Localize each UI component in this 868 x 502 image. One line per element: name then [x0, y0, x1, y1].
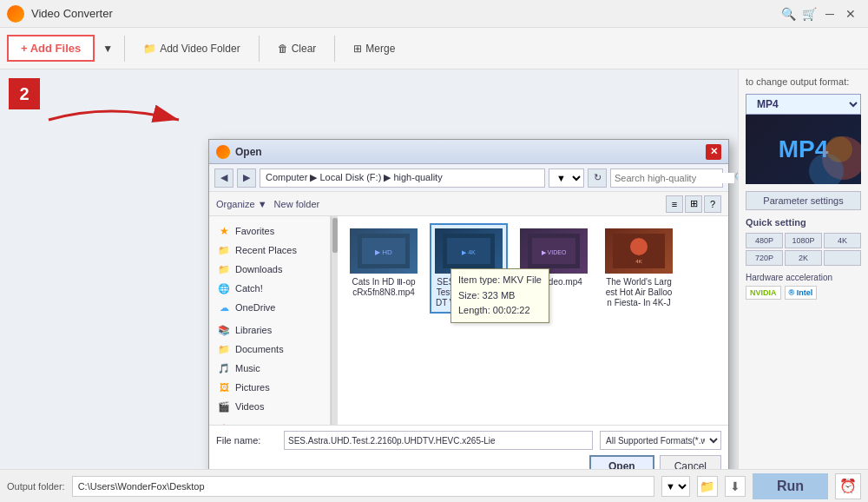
browse-folder-icon: 📁 — [700, 479, 714, 493]
nav-item-downloads[interactable]: 📁 Downloads — [209, 260, 330, 279]
open-dialog: Open ✕ ◀ ▶ Computer ▶ Local Disk (F:) ▶ … — [208, 139, 729, 469]
format-selector: to change output format: — [746, 76, 861, 87]
file-thumbnail-cats: ▶ HD — [350, 228, 418, 274]
intel-logo[interactable]: ® Intel — [785, 286, 818, 300]
cart-title-btn[interactable]: 🛒 — [799, 3, 819, 24]
quick-setting-label: Quick setting — [746, 217, 861, 228]
resolution-grid: 480P 1080P 4K 720P 2K — [746, 233, 861, 266]
svg-text:▶ HD: ▶ HD — [375, 248, 392, 256]
nav-item-onedrive[interactable]: ☁ OneDrive — [209, 298, 330, 317]
tooltip-size: Size: 323 MB — [458, 288, 542, 304]
downloads-folder-icon: 📁 — [218, 263, 230, 275]
refresh-button[interactable]: ↻ — [588, 168, 607, 188]
thumb-svg-test: ▶ VIDEO — [528, 234, 580, 268]
file-type-dropdown[interactable]: All Supported Formats(*.wtv;*.c — [600, 431, 721, 450]
thumb-svg-ses: ▶ 4K — [443, 234, 495, 268]
dialog-title-bar: Open ✕ — [209, 140, 728, 164]
nav-item-documents[interactable]: 📁 Documents — [209, 340, 330, 359]
file-thumbnail-ses: ▶ 4K — [435, 228, 503, 274]
nav-item-recent-places[interactable]: 📁 Recent Places — [209, 241, 330, 260]
right-panel: to change output format: MP4 MP4 Paramet… — [738, 69, 868, 469]
hw-logos: NVIDIA ® Intel — [746, 286, 861, 300]
svg-text:4K: 4K — [635, 259, 641, 264]
res-1080p[interactable]: 1080P — [785, 233, 822, 248]
music-folder-icon: 🎵 — [218, 362, 230, 374]
nav-scrollbar[interactable] — [331, 216, 338, 425]
dialog-cancel-button[interactable]: Cancel — [660, 455, 721, 469]
clear-icon: 🗑 — [278, 43, 288, 55]
app-logo — [7, 5, 24, 23]
search-icon: 🔍 — [734, 172, 738, 184]
nav-item-music[interactable]: 🎵 Music — [209, 359, 330, 378]
content-area: 2 Open ✕ ◀ ▶ — [0, 69, 738, 469]
nav-item-videos[interactable]: 🎬 Videos — [209, 397, 330, 416]
forward-button[interactable]: ▶ — [237, 168, 256, 188]
breadcrumb-dropdown[interactable]: ▼ — [549, 168, 584, 188]
add-video-folder-button[interactable]: 📁 Add Video Folder — [132, 37, 252, 60]
format-dropdown[interactable]: MP4 — [746, 94, 861, 115]
thumb-svg-balloon: 4K — [613, 234, 665, 268]
file-name-input[interactable] — [284, 431, 593, 450]
res-4k[interactable]: 4K — [824, 233, 861, 248]
import-button[interactable]: ⬇ — [725, 476, 746, 497]
pictures-folder-icon: 🖼 — [218, 381, 230, 393]
add-files-button[interactable]: + Add Files — [7, 35, 95, 62]
intel-text: Intel — [797, 288, 813, 297]
file-item-cats[interactable]: ▶ HD Cats In HD Ⅲ-opcRx5fn8N8.mp4 — [345, 223, 423, 314]
libraries-icon: 📚 — [218, 324, 230, 336]
dialog-body: ★ Favorites 📁 Recent Places 📁 Downloads — [209, 216, 728, 425]
breadcrumb[interactable]: Computer ▶ Local Disk (F:) ▶ high-qualit… — [260, 168, 545, 188]
homegroup-icon: 🏠 — [218, 423, 230, 425]
browse-folder-button[interactable]: 📁 — [697, 476, 718, 497]
toolbar-divider-3 — [334, 36, 335, 62]
nav-item-favorites[interactable]: ★ Favorites — [209, 221, 330, 241]
add-files-dropdown[interactable]: ▼ — [98, 37, 117, 60]
merge-icon: ⊞ — [353, 43, 362, 55]
recent-folder-icon: 📁 — [218, 244, 230, 256]
view-btn-grid[interactable]: ⊞ — [685, 195, 702, 213]
import-icon: ⬇ — [730, 479, 740, 493]
param-settings-button[interactable]: Parameter settings — [746, 191, 861, 210]
close-btn[interactable]: ✕ — [840, 3, 861, 24]
dialog-bottom: File name: All Supported Formats(*.wtv;*… — [209, 425, 728, 469]
svg-text:▶ VIDEO: ▶ VIDEO — [542, 249, 567, 255]
run-button[interactable]: Run — [753, 473, 828, 499]
thumb-svg-cats: ▶ HD — [358, 234, 410, 268]
back-button[interactable]: ◀ — [214, 168, 233, 188]
alarm-button[interactable]: ⏰ — [835, 473, 861, 499]
nav-section-favorites: ★ Favorites 📁 Recent Places 📁 Downloads — [209, 221, 330, 317]
file-item-balloon[interactable]: 4K The World's Largest Hot Air Balloon F… — [600, 223, 678, 314]
search-box: 🔍 — [610, 168, 723, 188]
title-bar: Video Converter 🔍 🛒 ─ ✕ — [0, 0, 868, 28]
output-path-input[interactable] — [72, 476, 654, 497]
documents-folder-icon: 📁 — [218, 343, 230, 355]
output-path-dropdown[interactable]: ▼ — [661, 476, 690, 497]
intel-icon: ® — [789, 288, 795, 297]
minimize-btn[interactable]: ─ — [819, 3, 840, 24]
merge-button[interactable]: ⊞ Merge — [342, 37, 406, 60]
res-2k[interactable]: 2K — [785, 250, 822, 266]
res-empty — [824, 250, 861, 266]
clear-button[interactable]: 🗑 Clear — [266, 37, 328, 60]
nav-item-libraries[interactable]: 📚 Libraries — [209, 320, 330, 340]
file-name-cats: Cats In HD Ⅲ-opcRx5fn8N8.mp4 — [350, 277, 418, 298]
nav-item-pictures[interactable]: 🖼 Pictures — [209, 378, 330, 397]
dialog-close-button[interactable]: ✕ — [706, 144, 721, 160]
status-bar: Output folder: ▼ 📁 ⬇ Run ⏰ — [0, 469, 868, 502]
organize-button[interactable]: Organize ▼ — [216, 199, 267, 209]
search-title-btn[interactable]: 🔍 — [778, 3, 799, 24]
help-button[interactable]: ? — [704, 195, 721, 213]
svg-point-15 — [826, 136, 852, 162]
nav-scroll-thumb[interactable] — [332, 218, 338, 253]
thumb-img-cats: ▶ HD — [350, 228, 418, 274]
file-area: ▶ HD Cats In HD Ⅲ-opcRx5fn8N8.mp4 — [338, 216, 728, 425]
dialog-open-button[interactable]: Open — [589, 455, 654, 469]
nvidia-logo[interactable]: NVIDIA — [746, 286, 781, 300]
view-btn-list[interactable]: ≡ — [666, 195, 683, 213]
nav-item-catch[interactable]: 🌐 Catch! — [209, 279, 330, 298]
res-720p[interactable]: 720P — [746, 250, 783, 266]
nav-item-homegroup[interactable]: 🏠 Homegroup — [209, 419, 330, 425]
search-input[interactable] — [615, 173, 734, 183]
new-folder-button[interactable]: New folder — [274, 199, 320, 209]
res-480p[interactable]: 480P — [746, 233, 783, 248]
